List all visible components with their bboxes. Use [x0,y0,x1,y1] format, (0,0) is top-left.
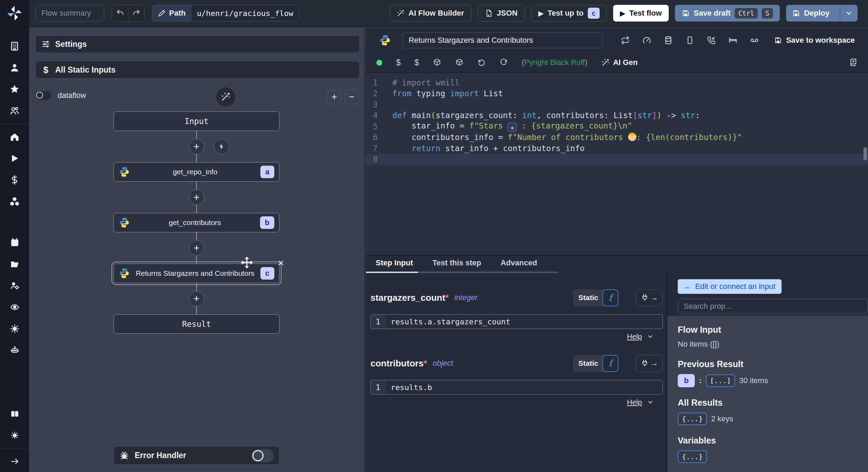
ai-gen-button[interactable]: AI Gen [601,58,638,67]
box-icon[interactable] [433,58,441,67]
previous-result-key-badge[interactable]: b [678,374,695,387]
expression-mode-button[interactable]: f [602,355,618,372]
mobile-icon[interactable] [685,36,694,45]
error-handler-toggle[interactable] [251,449,274,462]
variables-icon[interactable] [0,169,29,191]
settings-icon[interactable] [0,318,29,339]
docs-icon[interactable] [0,403,29,424]
database-icon[interactable] [664,36,673,45]
ai-wand-button[interactable] [216,87,236,107]
code-line-6[interactable]: 6 contributors_info = f"Number of contri… [366,132,868,143]
test-flow-button[interactable]: ▶ Test flow [613,5,669,22]
path-field[interactable]: Path u/henri/gracious_flow [152,5,299,22]
zoom-in-button[interactable]: + [327,90,342,104]
json-button[interactable]: JSON [478,5,525,22]
zoom-out-button[interactable]: − [344,90,359,104]
edit-or-connect-button[interactable]: ← Edit or connect an input [678,279,782,294]
code-line-1[interactable]: 1# import wmill [366,77,868,88]
tab-test-this-step[interactable]: Test this step [433,255,481,272]
flow-settings-button[interactable]: Settings [35,35,360,53]
flow-step-node-a[interactable]: get_repo_info a [114,162,279,182]
folders-icon[interactable] [0,253,29,275]
dataflow-toggle[interactable] [35,91,51,100]
gauge-icon[interactable] [642,36,651,45]
runs-icon[interactable] [0,148,29,169]
windmill-logo-icon[interactable] [6,5,23,22]
user-icon[interactable] [0,57,29,78]
input-node[interactable]: Input [114,111,279,131]
chevron-down-icon[interactable] [647,333,654,340]
add-step-button[interactable] [189,190,204,205]
add-step-button[interactable] [189,291,204,306]
expand-icon[interactable] [0,450,29,472]
code-line-3[interactable]: 3 [366,99,868,110]
code-line-5[interactable]: 5 star_info = f"Stars ★ : {stargazers_co… [366,121,868,132]
variables-value-badge[interactable]: {...} [678,450,707,463]
chevron-down-icon[interactable] [647,399,654,406]
deploy-button[interactable]: Deploy [786,5,858,22]
box-icon[interactable] [455,58,464,67]
code-line-7[interactable]: 7 return star_info + contributors_info [366,143,868,154]
variable-icon[interactable]: $ [396,59,401,67]
expression-mode-button[interactable]: f [602,289,618,306]
workers-icon[interactable] [0,275,29,296]
workspace-icon[interactable] [0,35,29,57]
groups-icon[interactable] [0,100,29,122]
add-step-button[interactable] [189,139,204,154]
expression-editor-contributors[interactable]: 1 results.b [370,380,663,395]
phone-incoming-icon[interactable] [707,36,716,45]
code-line-2[interactable]: 2from typing import List [366,88,868,99]
sleep-bed-icon[interactable] [728,36,737,45]
step-label: get_contributors [134,218,256,227]
test-up-to-button[interactable]: ▶ Test up to c [531,5,607,22]
ai-icon[interactable] [0,339,29,361]
move-node-icon[interactable] [241,256,253,269]
ai-flow-builder-button[interactable]: AI Flow Builder [390,5,471,22]
tab-advanced[interactable]: Advanced [501,255,537,272]
resource-icon[interactable]: $ [415,59,419,67]
resources-icon[interactable] [0,191,29,212]
step-title-input[interactable] [402,32,603,48]
help-link[interactable]: Help [627,398,642,406]
plus-icon [193,193,200,201]
code-line-4[interactable]: 4def main(stargazers_count: int, contrib… [366,110,868,121]
search-prop-input[interactable] [678,299,868,314]
refresh-icon[interactable] [500,58,508,67]
repeat-icon[interactable] [621,36,630,45]
trigger-bolt-button[interactable] [214,139,229,154]
redo-button[interactable] [128,5,144,21]
help-link[interactable]: Help [627,332,642,341]
audit-logs-icon[interactable] [0,296,29,318]
theme-icon[interactable] [0,424,29,446]
code-line-8[interactable]: 8 [366,154,868,165]
flow-step-node-b[interactable]: get_contributors b [114,213,279,232]
delete-node-icon[interactable]: × [278,257,284,269]
error-handler-node[interactable]: Error Handler [114,446,279,465]
favorites-icon[interactable] [0,78,29,100]
flow-summary-input[interactable] [35,5,104,22]
flow-step-node-c[interactable]: × Returns Stargazers and Contributors c [114,264,279,283]
path-value[interactable]: u/henri/gracious_flow [191,5,299,21]
code-editor[interactable]: 1# import wmill2from typing import List3… [366,73,868,255]
reset-icon[interactable] [477,58,486,67]
save-draft-button[interactable]: Save draft Ctrl S [675,5,780,22]
deploy-dropdown-button[interactable] [840,5,858,22]
tab-step-input[interactable]: Step Input [376,255,413,272]
docs-book-icon[interactable] [849,58,858,67]
connect-input-button[interactable]: → [636,289,663,306]
save-to-workspace-button[interactable]: Save to workspace [774,36,855,45]
static-mode-toggle[interactable]: Static f [573,355,618,372]
all-static-inputs-button[interactable]: $ All Static Inputs [35,61,360,78]
editor-scrollbar[interactable] [863,148,867,160]
all-results-value-badge[interactable]: {...} [678,413,707,425]
expression-editor-stargazers_count[interactable]: 1 results.a.stargazers_count [370,314,663,329]
undo-button[interactable] [112,5,128,21]
voicemail-icon[interactable] [750,36,759,45]
connect-input-button[interactable]: → [636,355,663,372]
home-icon[interactable] [0,126,29,148]
add-step-button[interactable] [189,240,204,256]
static-mode-toggle[interactable]: Static f [573,289,618,306]
result-node[interactable]: Result [114,314,279,334]
previous-result-value-badge[interactable]: [...] [706,374,735,387]
schedules-icon[interactable] [0,232,29,253]
